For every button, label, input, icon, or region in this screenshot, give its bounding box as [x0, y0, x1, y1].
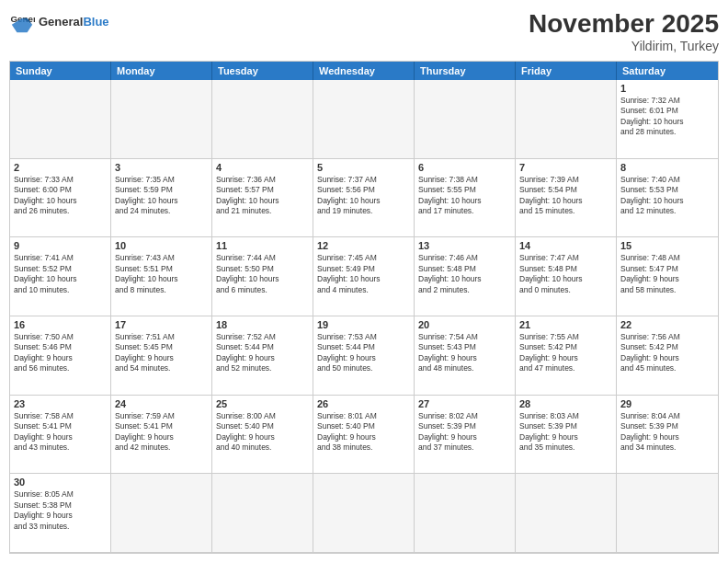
day-info: Sunrise: 7:46 AM Sunset: 5:48 PM Dayligh…: [418, 253, 511, 295]
calendar-day-30: 30Sunrise: 8:05 AM Sunset: 5:38 PM Dayli…: [10, 474, 111, 553]
day-info: Sunrise: 7:45 AM Sunset: 5:49 PM Dayligh…: [317, 253, 410, 295]
day-info: Sunrise: 7:37 AM Sunset: 5:56 PM Dayligh…: [317, 175, 410, 217]
calendar-day-29: 29Sunrise: 8:04 AM Sunset: 5:39 PM Dayli…: [617, 396, 718, 475]
day-number: 27: [418, 398, 511, 409]
day-number: 9: [14, 240, 107, 251]
day-info: Sunrise: 8:01 AM Sunset: 5:40 PM Dayligh…: [317, 411, 410, 454]
calendar: SundayMondayTuesdayWednesdayThursdayFrid…: [9, 61, 719, 554]
day-number: 23: [14, 398, 107, 409]
calendar-day-5: 5Sunrise: 7:37 AM Sunset: 5:56 PM Daylig…: [313, 159, 415, 238]
day-info: Sunrise: 7:52 AM Sunset: 5:44 PM Dayligh…: [216, 332, 309, 374]
day-number: 6: [418, 162, 511, 173]
day-number: 26: [317, 398, 410, 409]
location-subtitle: Yildirim, Turkey: [529, 39, 719, 53]
day-number: 8: [620, 162, 714, 173]
day-info: Sunrise: 7:59 AM Sunset: 5:41 PM Dayligh…: [115, 411, 208, 454]
day-number: 22: [620, 319, 714, 330]
day-info: Sunrise: 7:51 AM Sunset: 5:45 PM Dayligh…: [115, 332, 208, 374]
calendar-empty-cell: [516, 80, 617, 159]
day-info: Sunrise: 7:43 AM Sunset: 5:51 PM Dayligh…: [115, 253, 208, 295]
day-number: 12: [317, 240, 410, 251]
calendar-day-11: 11Sunrise: 7:44 AM Sunset: 5:50 PM Dayli…: [212, 237, 313, 316]
day-info: Sunrise: 7:32 AM Sunset: 6:01 PM Dayligh…: [620, 96, 714, 138]
calendar-empty-cell: [313, 474, 415, 553]
day-info: Sunrise: 7:38 AM Sunset: 5:55 PM Dayligh…: [418, 175, 511, 217]
day-info: Sunrise: 7:40 AM Sunset: 5:53 PM Dayligh…: [620, 175, 714, 217]
calendar-empty-cell: [212, 474, 313, 553]
day-info: Sunrise: 7:54 AM Sunset: 5:43 PM Dayligh…: [418, 332, 511, 374]
day-number: 14: [519, 240, 612, 251]
day-number: 16: [14, 319, 107, 330]
day-header-friday: Friday: [516, 62, 617, 80]
calendar-day-15: 15Sunrise: 7:48 AM Sunset: 5:47 PM Dayli…: [617, 237, 718, 316]
calendar-day-18: 18Sunrise: 7:52 AM Sunset: 5:44 PM Dayli…: [212, 316, 313, 396]
day-header-wednesday: Wednesday: [313, 62, 415, 80]
day-number: 30: [14, 477, 107, 488]
calendar-empty-cell: [10, 80, 111, 159]
calendar-empty-cell: [415, 80, 516, 159]
day-number: 10: [115, 240, 208, 251]
calendar-day-2: 2Sunrise: 7:33 AM Sunset: 6:00 PM Daylig…: [10, 159, 111, 238]
day-info: Sunrise: 7:53 AM Sunset: 5:44 PM Dayligh…: [317, 332, 410, 374]
day-header-sunday: Sunday: [10, 62, 111, 80]
day-info: Sunrise: 8:04 AM Sunset: 5:39 PM Dayligh…: [620, 411, 714, 454]
calendar-day-13: 13Sunrise: 7:46 AM Sunset: 5:48 PM Dayli…: [415, 237, 516, 316]
calendar-empty-cell: [111, 80, 212, 159]
calendar-day-12: 12Sunrise: 7:45 AM Sunset: 5:49 PM Dayli…: [313, 237, 415, 316]
day-info: Sunrise: 8:05 AM Sunset: 5:38 PM Dayligh…: [14, 489, 107, 532]
day-header-tuesday: Tuesday: [212, 62, 313, 80]
day-info: Sunrise: 7:56 AM Sunset: 5:42 PM Dayligh…: [620, 332, 714, 374]
calendar-day-19: 19Sunrise: 7:53 AM Sunset: 5:44 PM Dayli…: [313, 316, 415, 396]
calendar-empty-cell: [212, 80, 313, 159]
day-number: 13: [418, 240, 511, 251]
day-number: 25: [216, 398, 309, 409]
day-number: 4: [216, 162, 309, 173]
day-number: 19: [317, 319, 410, 330]
calendar-day-10: 10Sunrise: 7:43 AM Sunset: 5:51 PM Dayli…: [111, 237, 212, 316]
day-header-monday: Monday: [111, 62, 212, 80]
calendar-day-20: 20Sunrise: 7:54 AM Sunset: 5:43 PM Dayli…: [415, 316, 516, 396]
day-number: 29: [620, 398, 714, 409]
calendar-day-23: 23Sunrise: 7:58 AM Sunset: 5:41 PM Dayli…: [10, 396, 111, 475]
day-info: Sunrise: 7:47 AM Sunset: 5:48 PM Dayligh…: [519, 253, 612, 295]
day-number: 3: [115, 162, 208, 173]
day-info: Sunrise: 7:36 AM Sunset: 5:57 PM Dayligh…: [216, 175, 309, 217]
day-number: 20: [418, 319, 511, 330]
day-info: Sunrise: 7:39 AM Sunset: 5:54 PM Dayligh…: [519, 175, 612, 217]
calendar-empty-cell: [111, 474, 212, 553]
day-info: Sunrise: 7:50 AM Sunset: 5:46 PM Dayligh…: [14, 332, 107, 374]
calendar-day-9: 9Sunrise: 7:41 AM Sunset: 5:52 PM Daylig…: [10, 237, 111, 316]
day-number: 21: [519, 319, 612, 330]
calendar-empty-cell: [516, 474, 617, 553]
day-header-thursday: Thursday: [415, 62, 516, 80]
day-info: Sunrise: 7:35 AM Sunset: 5:59 PM Dayligh…: [115, 175, 208, 217]
day-info: Sunrise: 8:00 AM Sunset: 5:40 PM Dayligh…: [216, 411, 309, 454]
page: General GeneralBlue November 2025 Yildir…: [0, 0, 728, 563]
calendar-day-8: 8Sunrise: 7:40 AM Sunset: 5:53 PM Daylig…: [617, 159, 718, 238]
calendar-day-14: 14Sunrise: 7:47 AM Sunset: 5:48 PM Dayli…: [516, 237, 617, 316]
calendar-day-6: 6Sunrise: 7:38 AM Sunset: 5:55 PM Daylig…: [415, 159, 516, 238]
day-number: 2: [14, 162, 107, 173]
day-info: Sunrise: 7:41 AM Sunset: 5:52 PM Dayligh…: [14, 253, 107, 295]
day-number: 5: [317, 162, 410, 173]
day-info: Sunrise: 8:02 AM Sunset: 5:39 PM Dayligh…: [418, 411, 511, 454]
calendar-day-4: 4Sunrise: 7:36 AM Sunset: 5:57 PM Daylig…: [212, 159, 313, 238]
calendar-day-26: 26Sunrise: 8:01 AM Sunset: 5:40 PM Dayli…: [313, 396, 415, 475]
calendar-day-24: 24Sunrise: 7:59 AM Sunset: 5:41 PM Dayli…: [111, 396, 212, 475]
calendar-day-16: 16Sunrise: 7:50 AM Sunset: 5:46 PM Dayli…: [10, 316, 111, 396]
day-headers-row: SundayMondayTuesdayWednesdayThursdayFrid…: [10, 62, 718, 80]
day-info: Sunrise: 7:33 AM Sunset: 6:00 PM Dayligh…: [14, 175, 107, 217]
month-year-title: November 2025: [529, 9, 719, 39]
day-number: 24: [115, 398, 208, 409]
calendar-day-25: 25Sunrise: 8:00 AM Sunset: 5:40 PM Dayli…: [212, 396, 313, 475]
day-info: Sunrise: 7:48 AM Sunset: 5:47 PM Dayligh…: [620, 253, 714, 295]
header: General GeneralBlue November 2025 Yildir…: [9, 9, 719, 53]
title-block: November 2025 Yildirim, Turkey: [529, 9, 719, 53]
day-number: 17: [115, 319, 208, 330]
day-number: 1: [620, 83, 714, 94]
day-info: Sunrise: 8:03 AM Sunset: 5:39 PM Dayligh…: [519, 411, 612, 454]
day-number: 15: [620, 240, 714, 251]
day-header-saturday: Saturday: [617, 62, 718, 80]
day-info: Sunrise: 7:58 AM Sunset: 5:41 PM Dayligh…: [14, 411, 107, 454]
logo-icon: General: [9, 9, 35, 35]
